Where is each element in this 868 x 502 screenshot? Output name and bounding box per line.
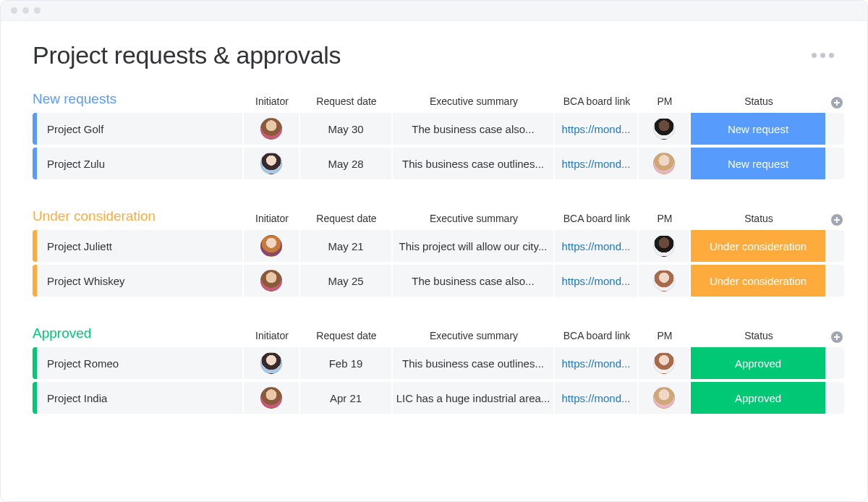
avatar [260,235,282,257]
row-end-spacer [827,347,844,379]
initiator-cell[interactable] [244,382,300,414]
add-column-button[interactable] [827,331,844,343]
browser-frame: Project requests & approvals New request… [0,0,868,502]
exec-summary-cell[interactable]: LIC has a huge industrial area... [393,382,555,414]
row-name-cell[interactable]: Project Zulu [33,148,244,179]
add-column-button[interactable] [827,97,844,109]
column-header-pm[interactable]: PM [639,213,691,226]
row-end-spacer [827,382,844,414]
avatar [653,235,675,257]
status-cell[interactable]: Under consideration [691,230,827,262]
group-name[interactable]: Under consideration [33,208,244,226]
pm-cell[interactable] [639,347,691,379]
page-title: Project requests & approvals [33,41,341,69]
bca-link-text: https://mond... [561,275,630,287]
avatar [260,118,282,140]
plus-icon [831,97,843,109]
column-header-initiator[interactable]: Initiator [244,213,300,226]
request-date-cell[interactable]: Feb 19 [300,347,393,379]
group-header-row: Under considerationInitiatorRequest date… [33,207,835,226]
status-cell[interactable]: New request [691,113,827,145]
avatar [260,153,282,174]
pm-cell[interactable] [639,265,691,297]
column-header-pm[interactable]: PM [639,95,691,109]
row-name-cell[interactable]: Project Juliett [33,230,244,262]
table-row[interactable]: Project RomeoFeb 19This business case ou… [33,347,835,379]
plus-icon [831,331,843,343]
more-menu-icon[interactable] [812,53,835,58]
status-cell[interactable]: New request [691,148,827,179]
request-date-cell[interactable]: May 30 [300,113,393,145]
column-header-bca_link[interactable]: BCA board link [555,213,639,226]
bca-link-cell[interactable]: https://mond... [555,347,639,379]
column-header-bca_link[interactable]: BCA board link [555,330,639,343]
row-name-cell[interactable]: Project India [33,382,244,414]
group-rows: Project JuliettMay 21This project will a… [33,230,835,297]
avatar [653,153,675,174]
initiator-cell[interactable] [244,265,300,297]
pm-cell[interactable] [639,382,691,414]
request-date-cell[interactable]: May 28 [300,148,393,179]
table-row[interactable]: Project GolfMay 30The business case also… [33,113,835,145]
bca-link-cell[interactable]: https://mond... [555,265,639,297]
window-max-dot[interactable] [34,7,41,14]
avatar [653,352,675,374]
request-date-cell[interactable]: May 21 [300,230,393,262]
board-content: Project requests & approvals New request… [1,21,867,448]
bca-link-cell[interactable]: https://mond... [555,113,639,145]
status-cell[interactable]: Approved [691,347,827,379]
exec-summary-cell[interactable]: The business case also... [393,265,555,297]
exec-summary-cell[interactable]: This project will allow our city... [393,230,555,262]
status-cell[interactable]: Under consideration [691,265,827,297]
browser-title-bar [1,1,867,21]
group-name[interactable]: Approved [33,326,244,343]
initiator-cell[interactable] [244,347,300,379]
pm-cell[interactable] [639,113,691,145]
column-header-pm[interactable]: PM [639,330,691,343]
row-name-cell[interactable]: Project Romeo [33,347,244,379]
column-header-initiator[interactable]: Initiator [244,95,300,109]
column-header-initiator[interactable]: Initiator [244,330,300,343]
initiator-cell[interactable] [244,148,300,179]
column-header-request_date[interactable]: Request date [300,330,393,343]
column-header-exec_summary[interactable]: Executive summary [393,213,555,226]
exec-summary-cell[interactable]: The business case also... [393,113,555,145]
exec-summary-cell[interactable]: This business case outlines... [393,148,555,179]
group-rows: Project GolfMay 30The business case also… [33,113,835,179]
plus-icon [831,214,843,226]
exec-summary-cell[interactable]: This business case outlines... [393,347,555,379]
request-date-cell[interactable]: May 25 [300,265,393,297]
avatar [260,270,282,292]
status-cell[interactable]: Approved [691,382,827,414]
column-header-bca_link[interactable]: BCA board link [555,95,639,109]
bca-link-cell[interactable]: https://mond... [555,230,639,262]
group: Under considerationInitiatorRequest date… [33,207,835,297]
bca-link-cell[interactable]: https://mond... [555,148,639,179]
table-row[interactable]: Project JuliettMay 21This project will a… [33,230,835,262]
row-name-cell[interactable]: Project Golf [33,113,244,145]
table-row[interactable]: Project IndiaApr 21LIC has a huge indust… [33,382,835,414]
add-column-button[interactable] [827,214,844,226]
column-header-exec_summary[interactable]: Executive summary [393,95,555,109]
initiator-cell[interactable] [244,113,300,145]
request-date-cell[interactable]: Apr 21 [300,382,393,414]
column-header-exec_summary[interactable]: Executive summary [393,330,555,343]
column-header-status[interactable]: Status [691,213,827,226]
row-name-cell[interactable]: Project Whiskey [33,265,244,297]
column-header-request_date[interactable]: Request date [300,213,393,226]
table-row[interactable]: Project ZuluMay 28This business case out… [33,148,835,179]
window-close-dot[interactable] [11,7,17,14]
column-header-request_date[interactable]: Request date [300,95,393,109]
column-header-status[interactable]: Status [691,330,827,343]
bca-link-text: https://mond... [561,357,630,370]
window-min-dot[interactable] [22,7,29,14]
avatar [653,387,675,409]
table-row[interactable]: Project WhiskeyMay 25The business case a… [33,265,835,297]
group-name[interactable]: New requests [33,91,244,109]
pm-cell[interactable] [639,148,691,179]
initiator-cell[interactable] [244,230,300,262]
row-name-text: Project Romeo [47,357,119,370]
bca-link-cell[interactable]: https://mond... [555,382,639,414]
pm-cell[interactable] [639,230,691,262]
column-header-status[interactable]: Status [691,95,827,109]
